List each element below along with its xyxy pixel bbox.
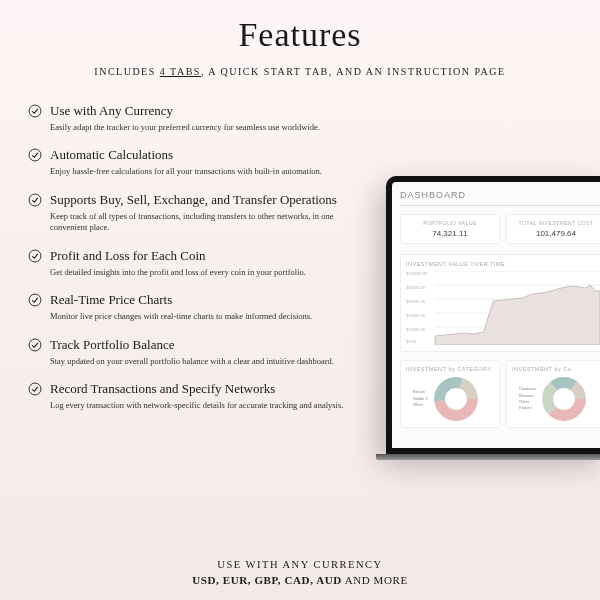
feature-item: Profit and Loss for Each Coin Get detail… — [28, 248, 360, 278]
check-icon — [28, 293, 42, 307]
feature-item: Track Portfolio Balance Stay updated on … — [28, 337, 360, 367]
check-icon — [28, 104, 42, 118]
kpi-total-investment: TOTAL INVESTMENT COST 101,479.64 — [506, 214, 600, 244]
feature-desc: Log every transaction with network-speci… — [50, 400, 350, 411]
kpi-label: TOTAL INVESTMENT COST — [511, 220, 600, 226]
page-title: Features — [0, 0, 600, 54]
donut-legend: Coinbase Binance Other Kraken — [512, 386, 536, 412]
kpi-value: 101,479.64 — [511, 229, 600, 238]
footer: USE WITH ANY CURRENCY USD, EUR, GBP, CAD… — [0, 559, 600, 586]
subtitle-post: , A QUICK START TAB, AND AN INSTRUCTION … — [201, 66, 506, 77]
donut-title: INVESTMENT by CATEGORY — [406, 366, 494, 372]
footer-currencies: USD, EUR, GBP, CAD, AUD — [192, 574, 342, 586]
svg-point-2 — [29, 194, 41, 206]
svg-point-4 — [29, 294, 41, 306]
feature-title: Record Transactions and Specify Networks — [50, 381, 360, 397]
feature-title: Supports Buy, Sell, Exchange, and Transf… — [50, 192, 360, 208]
svg-point-1 — [29, 150, 41, 162]
feature-item: Supports Buy, Sell, Exchange, and Transf… — [28, 192, 360, 234]
ytick: $60000.00 — [406, 299, 425, 304]
feature-desc: Easily adapt the tracker to your preferr… — [50, 122, 350, 133]
feature-desc: Monitor live price changes with real-tim… — [50, 311, 350, 322]
donut-legend: Bitcoin Stable C Other — [406, 389, 428, 408]
feature-desc: Enjoy hassle-free calculations for all y… — [50, 166, 350, 177]
ytick: $20000.00 — [406, 327, 425, 332]
feature-item: Record Transactions and Specify Networks… — [28, 381, 360, 411]
check-icon — [28, 382, 42, 396]
subtitle-pre: INCLUDES — [94, 66, 159, 77]
feature-desc: Keep track of all types of transactions,… — [50, 211, 350, 234]
dashboard-title: DASHBOARD — [400, 190, 600, 206]
footer-suffix: AND MORE — [342, 574, 408, 586]
donut-coin-card: INVESTMENT by Co Coinbase Binance Other … — [506, 360, 600, 428]
footer-line2: USD, EUR, GBP, CAD, AUD AND MORE — [0, 574, 600, 586]
feature-title: Real-Time Price Charts — [50, 292, 360, 308]
kpi-portfolio-value: PORTFOLIO VALUE 74,321.11 — [400, 214, 500, 244]
legend-item: Other — [406, 402, 428, 408]
legend-item: Coinbase — [512, 386, 536, 392]
feature-list: Use with Any Currency Easily adapt the t… — [0, 77, 360, 412]
feature-desc: Get detailed insights into the profit an… — [50, 267, 350, 278]
donut-chart-icon — [541, 376, 587, 422]
feature-title: Automatic Calculations — [50, 147, 360, 163]
feature-title: Track Portfolio Balance — [50, 337, 360, 353]
feature-desc: Stay updated on your overall portfolio b… — [50, 356, 350, 367]
subtitle: INCLUDES 4 TABS, A QUICK START TAB, AND … — [0, 54, 600, 77]
check-icon — [28, 193, 42, 207]
feature-title: Use with Any Currency — [50, 103, 360, 119]
feature-item: Real-Time Price Charts Monitor live pric… — [28, 292, 360, 322]
area-chart: $100000.00 $80000.00 $60000.00 $40000.00… — [406, 271, 600, 345]
laptop-mockup: DASHBOARD PORTFOLIO VALUE 74,321.11 TOTA… — [386, 176, 600, 496]
laptop-screen-bezel: DASHBOARD PORTFOLIO VALUE 74,321.11 TOTA… — [386, 176, 600, 454]
check-icon — [28, 148, 42, 162]
svg-point-0 — [29, 105, 41, 117]
check-icon — [28, 338, 42, 352]
feature-title: Profit and Loss for Each Coin — [50, 248, 360, 264]
area-chart-card: INVESTMENT VALUE OVER TIME $100000.00 $8… — [400, 254, 600, 352]
kpi-value: 74,321.11 — [405, 229, 495, 238]
ytick: $0.00 — [406, 339, 416, 344]
feature-item: Use with Any Currency Easily adapt the t… — [28, 103, 360, 133]
dashboard-screen: DASHBOARD PORTFOLIO VALUE 74,321.11 TOTA… — [392, 182, 600, 448]
ytick: $80000.00 — [406, 285, 425, 290]
legend-item: Kraken — [512, 405, 536, 411]
legend-item: Bitcoin — [406, 389, 428, 395]
check-icon — [28, 249, 42, 263]
ytick: $40000.00 — [406, 313, 425, 318]
kpi-label: PORTFOLIO VALUE — [405, 220, 495, 226]
donut-title: INVESTMENT by Co — [512, 366, 600, 372]
donut-chart-icon — [433, 376, 479, 422]
laptop-base — [376, 454, 600, 460]
ytick: $100000.00 — [406, 271, 427, 276]
svg-point-5 — [29, 339, 41, 351]
svg-point-3 — [29, 250, 41, 262]
donut-category-card: INVESTMENT by CATEGORY Bitcoin Stable C … — [400, 360, 500, 428]
footer-line1: USE WITH ANY CURRENCY — [0, 559, 600, 570]
subtitle-tabs: 4 TABS — [160, 66, 201, 77]
chart-title: INVESTMENT VALUE OVER TIME — [406, 261, 600, 267]
feature-item: Automatic Calculations Enjoy hassle-free… — [28, 147, 360, 177]
svg-point-6 — [29, 383, 41, 395]
